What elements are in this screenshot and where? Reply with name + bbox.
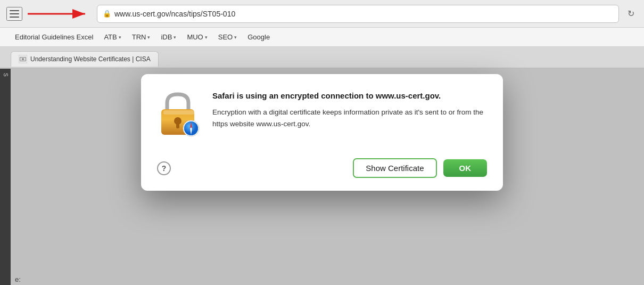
svg-rect-8	[176, 123, 179, 128]
chevron-down-icon: ▾	[174, 35, 176, 40]
chevron-down-icon: ▾	[147, 35, 150, 40]
dialog-title: Safari is using an encrypted connection …	[212, 90, 487, 101]
chevron-down-icon: ▾	[234, 35, 237, 40]
bookmarks-bar: Editorial Guidelines Excel ATB ▾ TRN ▾ i…	[0, 28, 644, 47]
safari-badge	[183, 120, 200, 137]
chevron-down-icon: ▾	[119, 35, 121, 40]
dialog-body: Safari is using an encrypted connection …	[157, 90, 487, 138]
secure-lock-icon: 🔒	[103, 10, 111, 18]
lock-safari-icon	[157, 90, 200, 138]
menu-button[interactable]	[6, 7, 22, 21]
svg-point-15	[191, 128, 192, 129]
page-area: S	[0, 69, 644, 285]
address-bar[interactable]: 🔒 www.us-cert.gov/ncas/tips/ST05-010	[97, 5, 619, 23]
security-dialog: Safari is using an encrypted connection …	[141, 74, 503, 191]
red-arrow-annotation	[28, 9, 92, 19]
bookmark-editorial[interactable]: Editorial Guidelines Excel	[11, 32, 97, 42]
footer-buttons: Show Certificate OK	[353, 158, 487, 178]
url-display: www.us-cert.gov/ncas/tips/ST05-010	[114, 10, 613, 18]
active-tab[interactable]: Understanding Website Certificates | CIS…	[11, 51, 159, 67]
svg-rect-9	[163, 110, 194, 115]
reload-button[interactable]: ↻	[624, 7, 638, 20]
page-bottom-label: e:	[15, 275, 21, 283]
browser-chrome: 🔒 www.us-cert.gov/ncas/tips/ST05-010 ↻ E…	[0, 0, 644, 69]
tab-favicon	[19, 55, 27, 63]
bookmark-idb[interactable]: iDB ▾	[156, 32, 180, 42]
bookmark-atb[interactable]: ATB ▾	[100, 32, 125, 42]
page-bottom-content: e:	[11, 273, 644, 285]
svg-point-5	[22, 58, 24, 60]
dialog-footer: ? Show Certificate OK	[157, 154, 487, 178]
bookmark-seo[interactable]: SEO ▾	[214, 32, 241, 42]
ok-button[interactable]: OK	[443, 159, 488, 177]
dialog-content: Safari is using an encrypted connection …	[212, 90, 487, 129]
help-button[interactable]: ?	[157, 161, 171, 175]
bookmark-muo[interactable]: MUO ▾	[183, 32, 211, 42]
tab-title: Understanding Website Certificates | CIS…	[30, 55, 151, 63]
dialog-description: Encryption with a digital certificate ke…	[212, 107, 487, 129]
dialog-overlay: Safari is using an encrypted connection …	[0, 69, 644, 285]
tab-bar: Understanding Website Certificates | CIS…	[0, 47, 644, 68]
show-certificate-button[interactable]: Show Certificate	[353, 158, 436, 178]
bookmark-trn[interactable]: TRN ▾	[128, 32, 155, 42]
bookmark-google[interactable]: Google	[243, 32, 274, 42]
chevron-down-icon: ▾	[205, 35, 208, 40]
top-bar: 🔒 www.us-cert.gov/ncas/tips/ST05-010 ↻	[0, 0, 644, 28]
